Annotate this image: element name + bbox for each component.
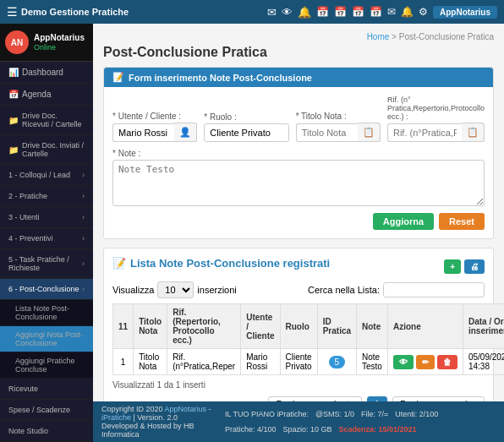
breadcrumb-home[interactable]: Home — [367, 32, 390, 41]
sidebar-item-post-conclusione[interactable]: 6 - Post-Conclusione › — [0, 279, 93, 300]
calendar-icon-3[interactable]: 📅 — [352, 6, 364, 18]
calendar-icon-1[interactable]: 📅 — [316, 6, 329, 18]
logo-text: AppNotarius — [34, 33, 85, 43]
footer-version: Version. 2.0 — [137, 413, 178, 422]
sidebar-item-utenti[interactable]: 3 - Utenti › — [0, 207, 93, 228]
utente-label: * Utente / Cliente : — [112, 112, 197, 121]
ref-input[interactable] — [387, 123, 462, 142]
settings-icon[interactable]: ⚙ — [419, 6, 428, 18]
row-azione: 👁 ✏ 🗑 — [387, 349, 463, 375]
aggiorna-button[interactable]: Aggiorna — [373, 213, 434, 230]
titolo-nota-icon[interactable]: 📋 — [358, 123, 381, 142]
col-rif-header[interactable]: Rif. (Repertorio, Protocollo ecc.) — [167, 304, 241, 349]
sidebar-sub-aggiungi-nota[interactable]: Aggiungi Nota Post-Conclusione — [0, 326, 93, 352]
chevron-icon-4: › — [82, 234, 85, 243]
inserzioni-label: inserzioni — [197, 285, 236, 295]
calendar-icon-2[interactable]: 📅 — [334, 6, 347, 18]
form-panel-header: 📝 Form inserimento Note Post-Conclusione — [104, 68, 493, 87]
sidebar-sub-lista[interactable]: Lista Note Post-Conclusione — [0, 300, 93, 326]
sidebar-item-label: 2 - Pratiche — [8, 192, 82, 200]
eye-icon[interactable]: 👁 — [282, 6, 293, 19]
footer: Copyright ID 2020 AppNotarius - iPratich… — [93, 401, 504, 442]
sidebar-item-label: Drive Doc. Inviati / Cartelle — [22, 141, 85, 158]
edit-button[interactable]: ✏ — [416, 355, 435, 369]
sidebar-item-label: Dashboard — [22, 68, 85, 77]
breadcrumb: Home > Post-Conclusione Pratica — [103, 32, 494, 41]
mail-icon[interactable]: ✉ — [387, 6, 396, 18]
table-header: 11 Titolo Nota Rif. (Repertorio, Protoco… — [113, 304, 505, 349]
utente-input[interactable] — [112, 123, 174, 142]
note-label: * Note : — [112, 149, 485, 158]
add-button[interactable]: + — [444, 259, 461, 274]
footer-file: File: 7/= — [361, 410, 388, 418]
ruolo-input[interactable] — [204, 123, 288, 142]
col-id-pratica-header[interactable]: ID Pratica — [317, 304, 356, 349]
sidebar-item-label: Note Studio — [8, 427, 85, 435]
sidebar-item-drive-inviati[interactable]: 📁 Drive Doc. Inviati / Cartelle — [0, 135, 93, 165]
sidebar-item-spese[interactable]: Spese / Scadenze — [0, 400, 93, 421]
sidebar-item-agenda[interactable]: 📅 Agenda — [0, 84, 93, 106]
main-content: Home > Post-Conclusione Pratica Post-Con… — [93, 24, 504, 442]
table-panel: 📝 Lista Note Post-Conclusione registrati… — [103, 248, 494, 401]
utente-input-wrapper: 👤 — [112, 123, 197, 142]
chevron-icon-3: › — [82, 213, 85, 221]
reset-button[interactable]: Reset — [439, 213, 485, 230]
row-rif: Rif. (n°Pratica,Reper — [167, 349, 241, 375]
delete-button[interactable]: 🗑 — [437, 355, 457, 369]
row-utente: Mario Rossi — [241, 349, 280, 375]
chevron-icon-2: › — [82, 192, 85, 200]
export-button[interactable]: 🖨 — [464, 259, 485, 274]
sidebar-item-label: 1 - Colloqui / Lead — [8, 171, 82, 179]
notification-icon[interactable]: 🔔 — [401, 6, 414, 18]
bell-icon[interactable]: 🔔 — [298, 6, 311, 19]
sidebar-item-colloqui[interactable]: 1 - Colloqui / Lead › — [0, 165, 93, 186]
sidebar-item-label: Ricevute — [8, 385, 85, 393]
titolo-nota-label: * Titolo Nota : — [296, 112, 381, 121]
calendar-icon-4[interactable]: 📅 — [370, 6, 382, 18]
footer-piano-label: IL TUO PIANO iPratiche: — [225, 410, 309, 418]
form-group-ruolo: * Ruolo : — [204, 112, 288, 142]
footer-app-link[interactable]: AppNotarius — [165, 405, 207, 413]
sidebar-submenu: Lista Note Post-Conclusione Aggiungi Not… — [0, 300, 93, 379]
form-row-note: * Note : — [112, 149, 485, 206]
sidebar-item-ricevute[interactable]: Ricevute — [0, 379, 93, 400]
footer-developed: Developed & Hosted by HB Informatica — [101, 422, 194, 439]
col-utente-header[interactable]: Utente / Cliente — [241, 304, 280, 349]
row-note: Note Testo — [357, 349, 388, 375]
sidebar-item-task[interactable]: 5 - Task Pratiche / Richieste › — [0, 249, 93, 279]
sidebar-item-pratiche[interactable]: 2 - Pratiche › — [0, 186, 93, 207]
envelope-icon[interactable]: ✉ — [267, 6, 277, 19]
form-actions: Aggiorna Reset — [112, 213, 485, 230]
footer-left: Copyright ID 2020 AppNotarius - iPratich… — [101, 405, 225, 439]
sidebar-item-label: Agenda — [22, 90, 85, 99]
search-input[interactable] — [383, 282, 485, 297]
sidebar-item-label: 5 - Task Pratiche / Richieste — [8, 255, 82, 272]
sidebar-item-label: 6 - Post-Conclusione — [8, 285, 82, 293]
utente-search-icon[interactable]: 👤 — [174, 123, 197, 142]
titolo-nota-input[interactable] — [296, 123, 358, 142]
topbar-left: ☰ Demo Gestione Pratiche — [7, 5, 129, 19]
table-header-title: Lista Note Post-Conclusione registrati — [130, 257, 330, 270]
col-note-header[interactable]: Note — [357, 304, 388, 349]
footer-app2-link[interactable]: iPratiche — [101, 413, 131, 422]
visualizza-select[interactable]: 10 25 50 — [157, 281, 194, 298]
ref-icon[interactable]: 📋 — [462, 123, 485, 142]
sidebar-sub-aggiungi-pratiche[interactable]: Aggiungi Pratiche Concluse — [0, 352, 93, 379]
col-azione-header[interactable]: Azione — [387, 304, 463, 349]
sidebar-item-dashboard[interactable]: 📊 Dashboard — [0, 62, 93, 84]
row-num: 1 — [113, 349, 134, 375]
col-titolo-header[interactable]: Titolo Nota — [134, 304, 167, 349]
view-button[interactable]: 👁 — [393, 355, 414, 369]
sidebar-item-drive-ricevuti[interactable]: 📁 Drive Doc. Ricevuti / Cartelle — [0, 106, 93, 135]
topbar-title: Demo Gestione Pratiche — [21, 7, 129, 17]
sidebar-item-preventivi[interactable]: 4 - Preventivi › — [0, 228, 93, 249]
ruolo-label: * Ruolo : — [204, 112, 288, 122]
footer-spazio: Spazio: 10 GB — [282, 425, 331, 434]
sidebar-item-note-studio[interactable]: Note Studio — [0, 421, 93, 442]
footer-scadenza: Scadenza: 15/01/2021 — [338, 425, 416, 434]
form-row-1: * Utente / Cliente : 👤 * Ruolo : — [112, 95, 485, 142]
col-ruolo-header[interactable]: Ruolo — [280, 304, 317, 349]
col-data-header[interactable]: Data / Ora inserimento — [463, 304, 504, 349]
note-textarea[interactable] — [112, 160, 485, 206]
hamburger-icon[interactable]: ☰ — [7, 5, 18, 19]
